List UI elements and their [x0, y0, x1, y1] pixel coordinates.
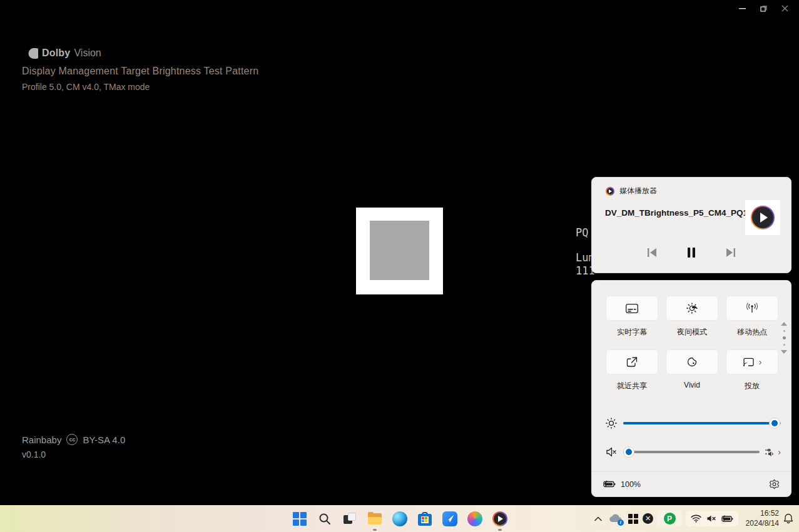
restore-button[interactable]	[753, 1, 774, 15]
cast-expand-chevron-icon[interactable]: ›	[759, 358, 762, 366]
media-player-taskbar-button[interactable]	[492, 511, 507, 526]
blue-wing-app-icon	[442, 511, 457, 526]
tile-label-live-captions: 实时字幕	[606, 327, 658, 338]
pattern-outer-square	[356, 208, 443, 294]
tile-nearby-sharing[interactable]	[606, 349, 658, 374]
search-button[interactable]	[317, 511, 332, 526]
previous-icon	[646, 248, 658, 258]
credit-block: Rainbaby cc BY-SA 4.0 v0.1.0	[22, 434, 125, 459]
pager-dot	[783, 344, 785, 346]
settings-button[interactable]	[769, 479, 780, 489]
tray-overflow-chevron[interactable]	[593, 513, 604, 524]
close-button[interactable]	[774, 1, 795, 15]
green-p-tray-button[interactable]: P	[658, 510, 682, 527]
file-explorer-icon	[367, 511, 382, 526]
mobile-hotspot-icon	[745, 303, 759, 314]
media-player-logo-icon	[751, 206, 775, 229]
volume-muted-icon	[603, 447, 619, 457]
pattern-title: Display Management Target Brightness Tes…	[22, 66, 258, 77]
close-icon	[781, 5, 788, 12]
onedrive-info-badge: i	[618, 519, 624, 526]
cast-icon	[743, 358, 755, 367]
notification-center-button[interactable]	[783, 513, 794, 524]
pause-icon	[687, 247, 696, 258]
dark-quadrant-tray-icon	[628, 514, 638, 524]
brightness-icon	[603, 418, 619, 429]
brightness-slider[interactable]	[623, 422, 781, 424]
previous-track-button[interactable]	[646, 246, 658, 259]
readout-pq: PQ	[576, 226, 588, 239]
media-player-taskbar-icon	[492, 511, 507, 526]
pattern-inner-square	[370, 221, 429, 280]
system-tray: i ✕ P	[593, 505, 794, 532]
vivid-icon	[686, 356, 698, 368]
pager-down-icon[interactable]	[781, 350, 787, 354]
dark-quadrant-tray-button[interactable]	[628, 513, 639, 524]
audio-output-mixer-icon[interactable]	[765, 448, 775, 457]
blue-wing-app-button[interactable]	[442, 511, 457, 526]
next-icon	[725, 248, 736, 258]
tile-vivid[interactable]	[666, 349, 718, 374]
nearby-sharing-icon	[626, 356, 638, 368]
album-art[interactable]	[745, 200, 780, 235]
quick-settings-pager[interactable]	[781, 322, 787, 354]
media-app-name: 媒体播放器	[619, 186, 657, 196]
microsoft-store-icon	[417, 511, 432, 526]
microsoft-store-button[interactable]	[417, 511, 432, 526]
tile-live-captions[interactable]	[606, 296, 658, 321]
volume-expand-chevron-icon[interactable]: ›	[778, 448, 781, 456]
taskbar: i ✕ P	[0, 505, 799, 532]
battery-status[interactable]: 100%	[603, 480, 641, 489]
pager-dot-active	[783, 336, 786, 339]
tile-cast[interactable]: ›	[726, 349, 778, 374]
chevron-up-icon	[594, 516, 602, 521]
media-track-title[interactable]: DV_DM_TBrightness_P5_CM4_PQ12_...	[605, 208, 764, 218]
test-pattern-header: Dolby Vision Display Management Target B…	[22, 48, 258, 92]
battery-percent-label: 100%	[621, 480, 641, 489]
file-explorer-button[interactable]	[367, 511, 382, 526]
tile-label-mobile-hotspot: 移动热点	[726, 327, 778, 338]
minimize-button[interactable]	[731, 1, 753, 15]
onedrive-cloud-icon: i	[609, 513, 623, 524]
edge-icon	[392, 511, 407, 526]
task-view-icon	[342, 511, 357, 526]
volume-slider[interactable]	[623, 451, 760, 453]
tray-volume-muted-icon	[706, 514, 716, 523]
window-controls	[731, 1, 795, 15]
dolby-brand: Dolby	[42, 48, 70, 59]
tray-date: 2024/8/14	[746, 519, 779, 529]
night-light-icon	[686, 303, 698, 314]
tray-clock[interactable]: 16:52 2024/8/14	[746, 509, 779, 528]
network-volume-battery-group[interactable]	[686, 511, 738, 526]
tile-label-vivid: Vivid	[666, 381, 718, 389]
dolby-double-d-icon	[22, 48, 38, 59]
brightness-slider-knob[interactable]	[769, 418, 780, 429]
credit-license: BY-SA 4.0	[83, 434, 125, 445]
tray-time: 16:52	[746, 509, 779, 519]
x-circle-tray-button[interactable]: ✕	[643, 513, 654, 524]
credit-version: v0.1.0	[22, 449, 125, 459]
minimize-icon	[739, 5, 746, 12]
search-icon	[318, 513, 331, 525]
start-button[interactable]	[292, 511, 307, 526]
quick-settings-flyout: 实时字幕 夜间模式	[591, 280, 791, 497]
windows-start-icon	[293, 512, 307, 526]
copilot-button[interactable]	[467, 511, 482, 526]
pattern-subtitle: Profile 5.0, CM v4.0, TMax mode	[22, 82, 258, 92]
edge-browser-button[interactable]	[392, 511, 407, 526]
pager-dot	[783, 330, 785, 332]
pager-up-icon[interactable]	[781, 322, 787, 326]
media-player-app-icon	[606, 187, 614, 196]
copilot-icon	[467, 511, 482, 526]
next-track-button[interactable]	[725, 246, 737, 259]
tile-label-night-mode: 夜间模式	[666, 327, 718, 338]
onedrive-tray-button[interactable]: i	[608, 513, 624, 524]
quick-settings-footer: 100%	[592, 471, 791, 496]
task-view-button[interactable]	[342, 511, 357, 526]
volume-row: ›	[603, 444, 781, 459]
pause-button[interactable]	[685, 246, 698, 259]
tile-night-light[interactable]	[666, 296, 718, 321]
desktop-screen: Dolby Vision Display Management Target B…	[0, 0, 799, 532]
volume-slider-knob[interactable]	[623, 446, 634, 458]
tile-mobile-hotspot[interactable]	[726, 296, 778, 321]
